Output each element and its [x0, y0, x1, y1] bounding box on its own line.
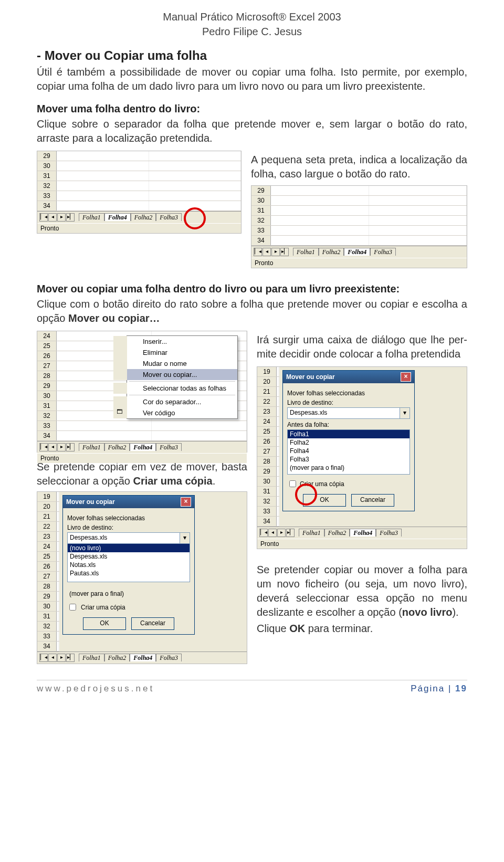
row-header[interactable]: 29 — [37, 592, 57, 601]
row-header[interactable]: 21 — [257, 387, 277, 396]
sheet-tab[interactable]: Folha3 — [376, 529, 402, 537]
list-item[interactable]: Pautas.xls — [68, 569, 190, 577]
row-header[interactable]: 22 — [257, 397, 277, 406]
row-header[interactable]: 28 — [37, 371, 57, 381]
context-menu-item[interactable]: Ver código🗔 — [113, 407, 237, 418]
row-header[interactable]: 23 — [37, 532, 57, 541]
sheet-tab[interactable]: Folha4 — [104, 213, 131, 221]
tab-nav-next-icon[interactable]: ▸ — [271, 248, 280, 256]
row-header[interactable]: 30 — [37, 602, 57, 611]
row-header[interactable]: 33 — [37, 421, 57, 430]
close-icon[interactable]: × — [181, 497, 191, 507]
tab-nav-next-icon[interactable]: ▸ — [57, 443, 66, 451]
list-item[interactable]: (novo livro) — [68, 544, 190, 552]
row-header[interactable]: 29 — [251, 186, 271, 195]
close-icon[interactable]: × — [401, 372, 411, 382]
row-header[interactable]: 24 — [257, 417, 277, 426]
tab-nav-next-icon[interactable]: ▸ — [57, 213, 66, 222]
row-header[interactable]: 26 — [37, 351, 57, 361]
tab-nav-first-icon[interactable]: ▏◂ — [39, 213, 48, 222]
list-item[interactable]: Folha4 — [288, 447, 410, 455]
sheet-tab[interactable]: Folha1 — [293, 248, 319, 256]
create-copy-checkbox[interactable] — [69, 604, 76, 611]
tab-nav-first-icon[interactable]: ▏◂ — [259, 529, 268, 537]
sheet-tab[interactable]: Folha1 — [79, 654, 104, 661]
context-menu-item[interactable]: Mudar o nome — [113, 358, 237, 369]
row-header[interactable]: 19 — [37, 492, 57, 501]
sheet-tab[interactable]: Folha1 — [299, 529, 324, 537]
tab-nav-first-icon[interactable]: ▏◂ — [39, 443, 48, 451]
tab-nav-prev-icon[interactable]: ◂ — [262, 248, 271, 256]
sheet-tab[interactable]: Folha4 — [350, 529, 376, 537]
tab-nav-prev-icon[interactable]: ◂ — [48, 443, 57, 451]
list-item[interactable]: Notas.xls — [68, 561, 190, 569]
context-menu-item[interactable]: Seleccionar todas as folhas — [113, 383, 237, 394]
tab-nav-next-icon[interactable]: ▸ — [277, 529, 286, 537]
row-header[interactable]: 29 — [37, 151, 57, 161]
list-item[interactable]: Folha3 — [288, 455, 410, 464]
row-header[interactable]: 31 — [37, 612, 57, 621]
tab-nav-last-icon[interactable]: ▸▏ — [286, 529, 295, 537]
row-header[interactable]: 34 — [37, 431, 57, 440]
context-menu-item[interactable]: Eliminar — [113, 347, 237, 358]
row-header[interactable]: 27 — [257, 447, 277, 456]
sheet-tab[interactable]: Folha2 — [104, 654, 130, 661]
sheet-tab[interactable]: Folha2 — [104, 443, 130, 451]
list-item[interactable]: Despesas.xls — [68, 552, 190, 561]
sheet-tab[interactable]: Folha1 — [79, 443, 104, 451]
tab-nav-first-icon[interactable]: ▏◂ — [39, 654, 48, 662]
row-header[interactable]: 32 — [257, 497, 277, 506]
row-header[interactable]: 27 — [37, 572, 57, 581]
row-header[interactable]: 33 — [257, 507, 277, 516]
sheet-tab[interactable]: Folha3 — [156, 213, 182, 221]
row-header[interactable]: 26 — [257, 437, 277, 446]
chevron-down-icon[interactable]: ▾ — [180, 533, 190, 543]
sheet-tab[interactable]: Folha4 — [130, 443, 156, 451]
row-header[interactable]: 21 — [37, 512, 57, 521]
sheet-tab[interactable]: Folha3 — [156, 443, 182, 451]
tab-nav-next-icon[interactable]: ▸ — [57, 654, 66, 662]
sheet-tab[interactable]: Folha3 — [370, 248, 396, 256]
tab-nav-last-icon[interactable]: ▸▏ — [66, 443, 75, 451]
destination-workbook-combo[interactable]: Despesas.xls ▾ — [67, 532, 190, 544]
row-header[interactable]: 19 — [257, 367, 277, 376]
row-header[interactable]: 23 — [257, 407, 277, 416]
row-header[interactable]: 20 — [37, 502, 57, 511]
row-header[interactable]: 25 — [257, 427, 277, 436]
sheet-tab[interactable]: Folha3 — [156, 654, 182, 661]
context-menu-item[interactable]: Mover ou copiar... — [113, 369, 237, 380]
row-header[interactable]: 26 — [37, 562, 57, 571]
tab-nav-prev-icon[interactable]: ◂ — [268, 529, 277, 537]
row-header[interactable]: 24 — [37, 542, 57, 551]
create-copy-checkbox[interactable] — [289, 480, 296, 487]
chevron-down-icon[interactable]: ▾ — [400, 408, 410, 418]
row-header[interactable]: 31 — [251, 206, 271, 215]
row-header[interactable]: 34 — [251, 236, 271, 245]
cancel-button[interactable]: Cancelar — [351, 494, 394, 507]
row-header[interactable]: 33 — [37, 632, 57, 641]
tab-nav-last-icon[interactable]: ▸▏ — [66, 213, 75, 222]
row-header[interactable]: 30 — [257, 477, 277, 486]
sheet-tab[interactable]: Folha1 — [79, 213, 104, 221]
row-header[interactable]: 34 — [37, 201, 57, 211]
row-header[interactable]: 30 — [251, 196, 271, 205]
sheet-tab[interactable]: Folha2 — [131, 213, 156, 221]
row-header[interactable]: 27 — [37, 361, 57, 371]
list-item[interactable]: (mover para o final) — [288, 464, 410, 472]
row-header[interactable]: 32 — [37, 181, 57, 191]
sheet-tab[interactable]: Folha4 — [344, 248, 370, 256]
row-header[interactable]: 20 — [257, 377, 277, 386]
context-menu-item[interactable]: Inserir... — [113, 336, 237, 347]
sheet-tab[interactable]: Folha2 — [319, 248, 344, 256]
row-header[interactable]: 25 — [37, 341, 57, 351]
row-header[interactable]: 28 — [37, 582, 57, 591]
tab-nav-last-icon[interactable]: ▸▏ — [280, 248, 289, 256]
sheet-tab[interactable]: Folha4 — [130, 654, 156, 661]
row-header[interactable]: 22 — [37, 522, 57, 531]
sheet-tab[interactable]: Folha2 — [324, 529, 350, 537]
row-header[interactable]: 33 — [251, 226, 271, 235]
row-header[interactable]: 25 — [37, 552, 57, 561]
tab-nav-prev-icon[interactable]: ◂ — [48, 654, 57, 662]
row-header[interactable]: 24 — [37, 331, 57, 341]
row-header[interactable]: 31 — [37, 401, 57, 411]
